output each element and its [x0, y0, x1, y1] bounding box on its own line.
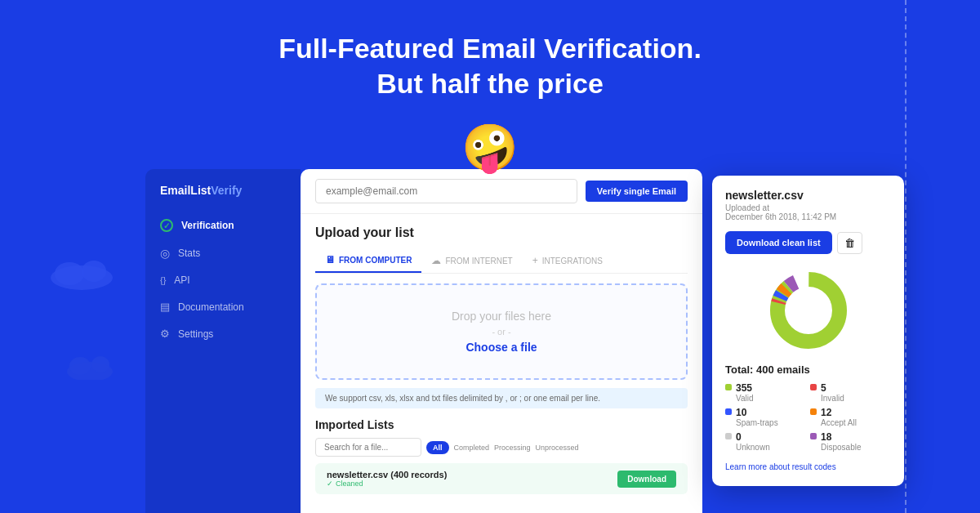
imported-lists-title: Imported Lists	[315, 418, 688, 431]
status-text: Cleaned	[336, 480, 363, 488]
check-icon: ✓	[327, 480, 333, 488]
tab-integrations[interactable]: + INTEGRATIONS	[523, 248, 612, 273]
sidebar-logo: EmailListVerify	[145, 184, 301, 212]
acceptall-number: 12	[821, 407, 857, 418]
list-item: newsletter.csv (400 records) ✓ Cleaned D…	[315, 463, 688, 494]
download-actions: Download clean list 🗑	[725, 231, 891, 254]
filter-unprocessed[interactable]: Unprocessed	[536, 444, 579, 452]
results-uploaded: Uploaded at December 6th 2018, 11:42 PM	[725, 203, 891, 221]
hero-line1: Full-Featured Email Verification.	[0, 31, 980, 66]
tab-label: FROM COMPUTER	[339, 256, 412, 265]
spamtraps-label: Spam-traps	[736, 418, 778, 427]
cloud-icon: ☁	[431, 255, 441, 266]
results-filename: newsletter.csv	[725, 189, 891, 202]
list-controls: All Completed Processing Unprocessed	[315, 438, 688, 457]
drop-zone[interactable]: Drop your files here - or - Choose a fil…	[315, 283, 688, 380]
cloud-left-2	[65, 351, 114, 383]
donut-chart	[725, 265, 891, 355]
sidebar-item-label: API	[174, 274, 189, 286]
settings-icon: ⚙	[160, 328, 170, 340]
stats-icon: ◎	[160, 247, 170, 260]
invalid-color-dot	[810, 384, 817, 390]
email-verify-bar: Verify single Email	[301, 169, 702, 214]
learn-more-link[interactable]: Learn more about result codes	[725, 462, 836, 471]
acceptall-label: Accept All	[821, 418, 857, 427]
filter-all[interactable]: All	[426, 441, 449, 454]
stat-invalid: 5 Invalid	[810, 382, 891, 403]
sidebar-item-label: Stats	[178, 248, 200, 259]
results-grid: 355 Valid 5 Invalid 10 Spam-traps 12	[725, 382, 891, 452]
svg-point-22	[792, 294, 825, 327]
unknown-color-dot	[725, 433, 732, 439]
sidebar: EmailListVerify ✓ Verification ◎ Stats {…	[145, 169, 301, 513]
download-clean-list-button[interactable]: Download clean list	[725, 231, 832, 254]
logo-text: EmailList	[160, 184, 211, 197]
drop-files-text: Drop your files here	[333, 310, 670, 323]
sidebar-item-label: Documentation	[178, 301, 244, 313]
disposable-number: 18	[821, 431, 861, 443]
main-content: Verify single Email Upload your list 🖥 F…	[301, 169, 702, 513]
list-item-info: newsletter.csv (400 records) ✓ Cleaned	[327, 470, 447, 488]
sidebar-item-stats[interactable]: ◎ Stats	[145, 239, 301, 267]
choose-file-link[interactable]: Choose a file	[333, 341, 670, 354]
valid-color-dot	[725, 384, 732, 390]
stat-unknown: 0 Unknown	[725, 431, 806, 452]
stat-spamtraps: 10 Spam-traps	[725, 407, 806, 427]
tab-from-computer[interactable]: 🖥 FROM COMPUTER	[315, 248, 421, 273]
stat-valid: 355 Valid	[725, 382, 806, 403]
support-text: We support csv, xls, xlsx and txt files …	[315, 388, 688, 408]
tab-label: INTEGRATIONS	[542, 256, 603, 265]
sidebar-item-settings[interactable]: ⚙ Settings	[145, 320, 301, 347]
filter-processing[interactable]: Processing	[494, 444, 531, 452]
tab-from-internet[interactable]: ☁ FROM INTERNET	[421, 248, 522, 273]
stat-acceptall: 12 Accept All	[810, 407, 891, 427]
stat-disposable: 18 Disposable	[810, 431, 891, 452]
svg-point-1	[55, 262, 84, 285]
list-item-name: newsletter.csv (400 records)	[327, 470, 447, 480]
plus-icon: +	[532, 255, 538, 266]
valid-label: Valid	[736, 394, 754, 403]
spamtraps-number: 10	[736, 407, 778, 418]
verify-single-email-button[interactable]: Verify single Email	[586, 181, 688, 202]
download-button[interactable]: Download	[617, 471, 676, 488]
cloud-left-1	[49, 253, 114, 293]
emoji-mascot: 🤪	[461, 121, 519, 175]
sidebar-item-documentation[interactable]: ▤ Documentation	[145, 293, 301, 320]
search-input[interactable]	[315, 438, 421, 457]
hero-text: Full-Featured Email Verification. But ha…	[0, 31, 980, 100]
sidebar-item-api[interactable]: {} API	[145, 267, 301, 293]
sidebar-item-label: Verification	[181, 220, 234, 231]
upload-tabs: 🖥 FROM COMPUTER ☁ FROM INTERNET + INTEGR…	[315, 248, 688, 274]
uploaded-label: Uploaded at	[725, 203, 769, 212]
email-input[interactable]	[315, 179, 577, 203]
api-icon: {}	[160, 275, 166, 285]
svg-point-2	[82, 261, 106, 282]
invalid-label: Invalid	[821, 394, 844, 403]
tab-label: FROM INTERNET	[445, 256, 512, 265]
computer-icon: 🖥	[325, 254, 335, 265]
acceptall-color-dot	[810, 408, 817, 415]
invalid-number: 5	[821, 382, 844, 394]
results-total: Total: 400 emails	[725, 364, 891, 376]
valid-number: 355	[736, 382, 754, 394]
list-item-status: ✓ Cleaned	[327, 480, 447, 488]
upload-title: Upload your list	[315, 225, 688, 240]
donut-svg	[764, 265, 853, 355]
unknown-label: Unknown	[736, 443, 770, 452]
filter-completed[interactable]: Completed	[454, 444, 490, 452]
spamtraps-color-dot	[725, 408, 732, 415]
drop-or-text: - or -	[333, 327, 670, 337]
uploaded-date: December 6th 2018, 11:42 PM	[725, 212, 836, 221]
delete-button[interactable]: 🗑	[837, 232, 862, 254]
svg-point-4	[69, 357, 91, 375]
verification-icon: ✓	[160, 219, 173, 232]
sidebar-item-label: Settings	[178, 328, 213, 340]
documentation-icon: ▤	[160, 301, 170, 313]
sidebar-item-verification[interactable]: ✓ Verification	[145, 212, 301, 239]
unknown-number: 0	[736, 431, 770, 443]
upload-section: Upload your list 🖥 FROM COMPUTER ☁ FROM …	[301, 214, 702, 494]
svg-point-5	[91, 356, 109, 372]
hero-line2: But half the price	[0, 66, 980, 101]
logo-highlight: Verify	[211, 184, 242, 197]
disposable-color-dot	[810, 433, 817, 439]
